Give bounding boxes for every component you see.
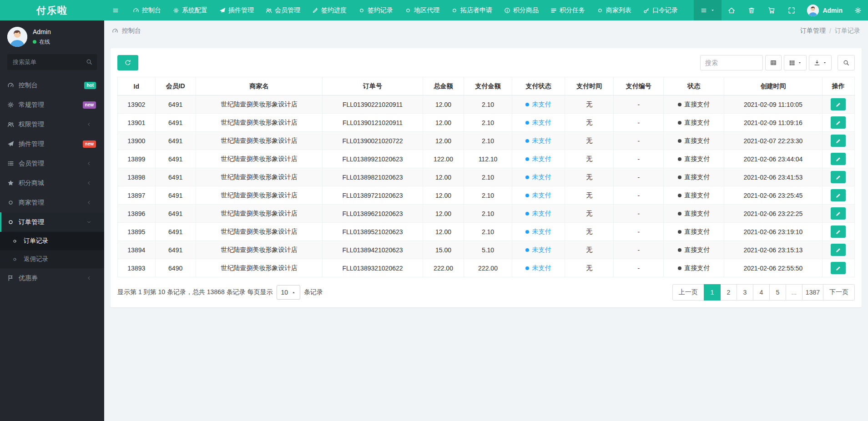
sidebar-user-panel: Admin 在线: [0, 20, 104, 52]
cell-pay-no: -: [614, 95, 664, 114]
column-header[interactable]: 商家名: [196, 77, 323, 95]
nav-item-system-config[interactable]: 系统配置: [167, 0, 213, 20]
nav-item-token-record[interactable]: 口令记录: [637, 0, 684, 20]
nav-item-console[interactable]: 控制台: [127, 0, 167, 20]
cell-created: 2021-02-06 23:19:10: [724, 223, 822, 241]
cell-order-no: FLL01390121020911: [323, 114, 423, 132]
nav-item-sign-progress[interactable]: 签约进度: [306, 0, 353, 20]
circle-icon: [597, 7, 603, 14]
sidebar-item-general[interactable]: 常规管理new: [0, 95, 104, 115]
view-toggle-button[interactable]: [765, 55, 782, 70]
fullscreen-button[interactable]: [782, 0, 802, 20]
cell-pay-no: -: [614, 241, 664, 259]
column-header[interactable]: 订单号: [323, 77, 423, 95]
edit-button[interactable]: [831, 226, 846, 238]
prev-page-button[interactable]: 上一页: [672, 284, 704, 301]
trash-button[interactable]: [742, 0, 762, 20]
sidebar-item-merchant[interactable]: 商家管理: [0, 193, 104, 212]
sidebar-search-input[interactable]: [7, 54, 97, 70]
refresh-icon: [125, 60, 131, 66]
sidebar-item-order[interactable]: 订单管理: [0, 212, 104, 232]
columns-button[interactable]: [784, 55, 807, 70]
page-button-4[interactable]: 4: [753, 284, 770, 301]
table-search-input[interactable]: [700, 55, 763, 70]
orders-table: Id会员ID商家名订单号总金额支付金额支付状态支付时间支付编号状态创建时间操作 …: [117, 77, 855, 277]
settings-button[interactable]: [848, 0, 868, 20]
cell-pay-status: 未支付: [512, 132, 565, 150]
next-page-button[interactable]: 下一页: [823, 284, 855, 301]
nav-item-merchant-list[interactable]: 商家列表: [591, 0, 637, 20]
search-button[interactable]: [838, 55, 855, 70]
edit-button[interactable]: [831, 189, 846, 201]
sidebar-user-name: Admin: [33, 28, 51, 35]
column-header[interactable]: 会员ID: [155, 77, 196, 95]
column-header[interactable]: 操作: [822, 77, 854, 95]
cart-button[interactable]: [762, 0, 782, 20]
page-button-1[interactable]: 1: [704, 284, 721, 301]
column-header[interactable]: 支付编号: [614, 77, 664, 95]
cell-total: 15.00: [423, 241, 464, 259]
tasks-icon: [550, 7, 557, 14]
nav-item-points-goods[interactable]: 积分商品: [498, 0, 545, 20]
edit-button[interactable]: [831, 244, 846, 256]
nav-item-plugin[interactable]: 插件管理: [213, 0, 260, 20]
sidebar-item-member[interactable]: 会员管理: [0, 154, 104, 173]
gauge-icon: [133, 7, 139, 14]
edit-button[interactable]: [831, 262, 846, 274]
page-size-dropdown[interactable]: 10: [277, 285, 301, 300]
column-header[interactable]: 总金额: [423, 77, 464, 95]
home-button[interactable]: [722, 0, 742, 20]
cell-pay-no: -: [614, 114, 664, 132]
edit-button[interactable]: [831, 207, 846, 220]
breadcrumb-parent[interactable]: 订单管理: [800, 27, 826, 35]
page-button-1387[interactable]: 1387: [802, 284, 823, 301]
sidebar-toggle-button[interactable]: [104, 0, 127, 20]
column-header[interactable]: 支付金额: [464, 77, 512, 95]
column-header[interactable]: 创建时间: [724, 77, 822, 95]
sidebar-item-permission[interactable]: 权限管理: [0, 115, 104, 134]
cell-total: 12.00: [423, 186, 464, 205]
sidebar-item-points-mall[interactable]: 积分商城: [0, 173, 104, 193]
sidebar-item-console[interactable]: 控制台hot: [0, 75, 104, 95]
refresh-button[interactable]: [117, 55, 138, 70]
edit-button[interactable]: [831, 98, 846, 110]
page-button-5[interactable]: 5: [769, 284, 786, 301]
table-row: 139006491世纪陆壹捌美妆形象设计店FLL0139002102072212…: [118, 132, 855, 150]
cell-merchant: 世纪陆壹捌美妆形象设计店: [196, 95, 323, 114]
column-header[interactable]: 支付时间: [565, 77, 614, 95]
sidebar-item-rebate-record[interactable]: 返佣记录: [0, 250, 104, 268]
nav-item-store-apply[interactable]: 拓店者申请: [445, 0, 498, 20]
sidebar-item-order-record[interactable]: 订单记录: [0, 232, 104, 250]
circle-icon: [358, 7, 365, 14]
edit-button[interactable]: [831, 171, 846, 183]
status-dot: [678, 175, 681, 179]
breadcrumb-section: 控制台: [122, 27, 141, 35]
app-logo[interactable]: 付乐啦: [0, 0, 104, 20]
cell-paid: 5.10: [464, 241, 512, 259]
nav-menu-dropdown[interactable]: [694, 0, 722, 20]
cell-action: [822, 132, 854, 150]
user-menu[interactable]: Admin: [802, 0, 848, 20]
nav-item-points-task[interactable]: 积分任务: [545, 0, 591, 20]
flag-icon: [7, 275, 19, 281]
cell-id: 13896: [118, 205, 156, 223]
column-header[interactable]: Id: [118, 77, 156, 95]
edit-button[interactable]: [831, 135, 846, 147]
sidebar-item-plugin[interactable]: 插件管理new: [0, 134, 104, 154]
sidebar-submenu: 订单记录返佣记录: [0, 232, 104, 268]
nav-item-member[interactable]: 会员管理: [260, 0, 306, 20]
page-button-3[interactable]: 3: [737, 284, 753, 301]
column-header[interactable]: 支付状态: [512, 77, 565, 95]
nav-item-region-agent[interactable]: 地区代理: [399, 0, 445, 20]
edit-button[interactable]: [831, 116, 846, 129]
page-button-2[interactable]: 2: [720, 284, 737, 301]
column-header[interactable]: 状态: [664, 77, 724, 95]
edit-button[interactable]: [831, 153, 846, 165]
cell-order-no: FLL01389621020623: [323, 205, 423, 223]
cell-merchant: 世纪陆壹捌美妆形象设计店: [196, 259, 323, 277]
sidebar-item-coupon[interactable]: 优惠券: [0, 268, 104, 288]
export-button[interactable]: [809, 55, 832, 70]
cell-pay-status: 未支付: [512, 259, 565, 277]
nav-item-sign-record[interactable]: 签约记录: [353, 0, 399, 20]
cell-paid: 222.00: [464, 259, 512, 277]
